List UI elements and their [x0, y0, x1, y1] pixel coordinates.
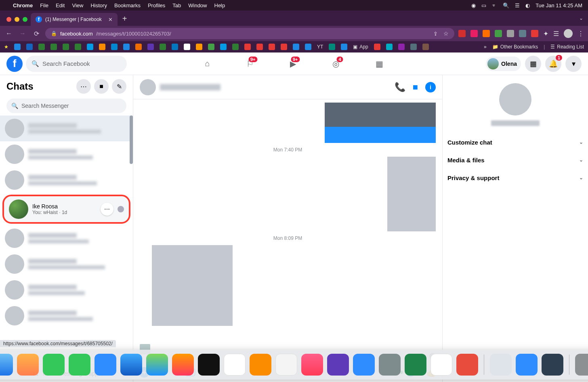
battery-icon[interactable]: ▭ [481, 2, 486, 8]
lock-icon[interactable]: 🔒 [51, 31, 57, 36]
extension-icon[interactable] [495, 30, 502, 37]
chat-list-item[interactable] [0, 167, 133, 193]
menubar-item[interactable]: Tab [172, 2, 181, 8]
sticker-button[interactable]: ✦ [170, 367, 180, 378]
chat-list-item[interactable] [0, 115, 133, 141]
chat-list[interactable]: Ike Roosa You: wHaist · 1d ⋯ [0, 115, 133, 364]
bookmark-item[interactable] [208, 44, 214, 50]
menubar-item[interactable]: Edit [56, 2, 65, 8]
messages-area[interactable]: Mon 7:40 PM Mon 8:09 PM [133, 99, 442, 363]
details-option-privacy[interactable]: Privacy & support ⌄ [447, 169, 583, 187]
menu-grid-button[interactable]: ▦ [525, 56, 541, 72]
reading-list-button[interactable]: ☰Reading List [550, 44, 584, 50]
bookmark-item[interactable] [50, 44, 57, 50]
bookmark-item[interactable] [293, 44, 299, 50]
chat-list-item[interactable] [0, 141, 133, 167]
bookmark-item[interactable] [160, 44, 166, 50]
nav-pages[interactable]: ⚐9+ [246, 59, 254, 69]
bookmark-item[interactable] [374, 44, 380, 50]
bookmark-item[interactable] [87, 44, 93, 50]
share-icon[interactable]: ⇪ [433, 31, 438, 37]
bookmark-folder-app[interactable]: ▣App [353, 44, 368, 50]
bookmark-item[interactable] [135, 44, 142, 50]
gif-button[interactable]: GIF [185, 368, 195, 376]
nav-watch[interactable]: ▶9+ [290, 59, 296, 69]
chat-list-item[interactable] [0, 251, 133, 277]
bookmark-item[interactable] [184, 44, 190, 50]
new-message-button[interactable]: ✎ [112, 79, 126, 94]
bookmark-item[interactable] [75, 44, 81, 50]
bookmark-item[interactable] [410, 44, 417, 50]
reload-button[interactable]: ⟳ [32, 30, 41, 38]
extension-icon[interactable] [531, 30, 538, 37]
bookmark-item[interactable] [14, 44, 21, 50]
bookmark-star-icon[interactable]: ☆ [443, 30, 449, 37]
messenger-search-input[interactable]: 🔍 Search Messenger [6, 99, 126, 113]
menubar-item[interactable]: Window [188, 2, 207, 8]
bookmark-item[interactable] [232, 44, 239, 50]
extensions-button[interactable]: ✦ [543, 30, 548, 38]
bookmark-item[interactable] [111, 44, 118, 50]
bookmark-item[interactable] [63, 44, 69, 50]
bookmark-item[interactable] [422, 44, 429, 50]
bookmark-item[interactable] [398, 44, 405, 50]
bookmark-item[interactable] [38, 44, 45, 50]
like-button[interactable]: 👍 [426, 367, 437, 378]
composer-more-button[interactable]: + [139, 367, 149, 378]
notifications-button[interactable]: 🔔1 [545, 56, 561, 72]
address-bar[interactable]: 🔒 facebook.com/messages/t/10000102426570… [45, 28, 454, 39]
window-minimize-button[interactable] [15, 17, 19, 22]
avatar[interactable] [140, 79, 156, 95]
screen-record-icon[interactable]: ◉ [471, 2, 476, 8]
menubar-item[interactable]: View [72, 2, 83, 8]
chats-options-button[interactable]: ⋯ [76, 79, 91, 94]
bookmark-item[interactable] [281, 44, 287, 50]
menubar-item[interactable]: Help [214, 2, 225, 8]
bookmark-item[interactable] [196, 44, 202, 50]
bookmarks-overflow[interactable]: » [484, 44, 487, 50]
chat-list-item[interactable] [0, 303, 133, 329]
bookmark-item[interactable] [305, 44, 311, 50]
bookmark-item-yt[interactable]: YT [317, 44, 323, 50]
spotlight-icon[interactable]: 🔍 [503, 2, 509, 8]
fb-search-input[interactable]: 🔍 Search Facebook [26, 56, 127, 72]
details-option-customize[interactable]: Customize chat ⌄ [447, 133, 583, 151]
avatar[interactable] [499, 83, 531, 115]
window-zoom-button[interactable] [23, 17, 27, 22]
chrome-profile-avatar[interactable] [564, 29, 573, 38]
scrollbar-thumb[interactable] [130, 115, 133, 164]
bookmark-item[interactable] [147, 44, 154, 50]
bookmark-item[interactable] [26, 44, 33, 50]
extension-icon[interactable] [483, 30, 490, 37]
bookmark-item[interactable]: ★ [4, 44, 8, 50]
voice-call-button[interactable]: 📞 [395, 82, 405, 92]
nav-gaming[interactable]: ▦ [376, 59, 383, 69]
menubar-app-name[interactable]: Chrome [13, 2, 33, 8]
other-bookmarks-folder[interactable]: 📁Other Bookmarks [492, 44, 538, 50]
message-media[interactable] [152, 245, 233, 326]
conversation-title[interactable] [160, 84, 220, 90]
menubar-item[interactable]: Profiles [148, 2, 165, 8]
bookmark-item[interactable] [341, 44, 347, 50]
menubar-item[interactable]: Bookmarks [114, 2, 141, 8]
bookmark-item[interactable] [123, 44, 130, 50]
message-media[interactable] [325, 103, 436, 143]
chrome-menu-button[interactable]: ⋮ [578, 30, 584, 38]
new-video-call-button[interactable]: ■ [94, 79, 109, 94]
attach-photo-button[interactable]: ▣ [154, 367, 165, 378]
nav-home[interactable]: ⌂ [205, 59, 210, 69]
account-dropdown-button[interactable]: ▾ [565, 56, 582, 72]
siri-icon[interactable]: ◐ [525, 2, 530, 8]
fb-profile-chip[interactable]: Olena [486, 57, 521, 71]
bookmark-item[interactable] [329, 44, 335, 50]
reading-list-icon[interactable]: ☰ [553, 30, 559, 38]
message-media[interactable] [387, 157, 436, 231]
window-close-button[interactable] [6, 17, 11, 22]
menubar-item[interactable]: History [90, 2, 107, 8]
bookmark-item[interactable] [269, 44, 275, 50]
tab-close-button[interactable]: ✕ [108, 17, 113, 23]
chat-item-more-button[interactable]: ⋯ [101, 203, 113, 216]
new-tab-button[interactable]: + [118, 14, 132, 26]
bookmark-item[interactable] [99, 44, 105, 50]
emoji-picker-button[interactable]: ☺ [406, 368, 415, 377]
